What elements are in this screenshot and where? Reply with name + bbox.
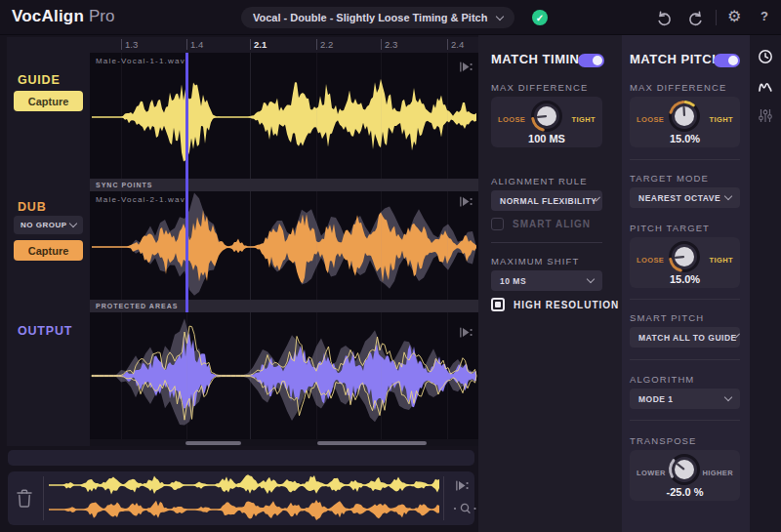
protected-areas-strip[interactable]: PROTECTED AREAS <box>90 300 478 312</box>
guide-track-label: GUIDE <box>18 73 61 87</box>
smart-align-label: SMART ALIGN <box>513 219 591 229</box>
timing-max-difference-card: LOOSE TIGHT 100 MS <box>491 97 602 147</box>
higher-label: HIGHER <box>702 469 733 477</box>
ruler-tick: 1.4 <box>186 39 203 50</box>
undo-icon[interactable] <box>656 10 673 26</box>
vocalign-window: VocAlignPro Vocal - Double - Slightly Lo… <box>0 0 781 532</box>
algorithm-value: MODE 1 <box>638 394 725 404</box>
section-divider <box>630 159 740 160</box>
settings-sliders-icon[interactable] <box>758 107 773 124</box>
lower-label: LOWER <box>637 469 666 477</box>
smart-pitch-value: MATCH ALL TO GUIDE <box>638 333 737 343</box>
sync-points-strip[interactable]: SYNC POINTS <box>90 179 478 191</box>
chevron-down-icon <box>587 275 595 283</box>
top-bar: VocAlignPro Vocal - Double - Slightly Lo… <box>0 0 781 35</box>
overview-divider <box>443 476 444 520</box>
scrollbar-thumb[interactable] <box>185 441 241 445</box>
overview-autoscroll-icon[interactable] <box>455 479 470 492</box>
target-mode-label: TARGET MODE <box>630 173 709 184</box>
chevron-down-icon <box>69 220 77 227</box>
pitch-trace-icon[interactable] <box>758 78 773 94</box>
tight-label: TIGHT <box>710 256 734 265</box>
help-icon[interactable]: ? <box>760 9 768 23</box>
transpose-value: -25.0 % <box>630 486 740 498</box>
track-sidebar: GUIDE Capture DUB NO GROUP Capture OUTPU… <box>7 37 90 446</box>
high-resolution-label: HIGH RESOLUTION <box>514 300 619 310</box>
guide-capture-button[interactable]: Capture <box>14 91 83 111</box>
overview-divider <box>43 476 44 520</box>
match-timing-title: MATCH TIMING <box>491 52 590 66</box>
pitch-target-knob[interactable] <box>667 239 702 274</box>
output-waveform-lane[interactable] <box>90 312 478 439</box>
guide-waveform-lane[interactable]: Male-Vocal-1-1.wav <box>90 53 478 179</box>
dub-group-value: NO GROUP <box>21 221 70 229</box>
section-divider <box>630 359 740 360</box>
chevron-down-icon <box>724 192 732 200</box>
guide-file-name: Male-Vocal-1-1.wav <box>96 57 185 65</box>
alignment-rule-label: ALIGNMENT RULE <box>491 176 588 186</box>
dub-file-name: Male-Vocal-2-1.wav <box>96 195 185 204</box>
dub-group-dropdown[interactable]: NO GROUP <box>14 216 83 234</box>
zoom-control-icon[interactable] <box>451 502 478 515</box>
protected-areas-label: PROTECTED AREAS <box>96 303 178 309</box>
target-mode-dropdown[interactable]: NEAREST OCTAVE <box>630 187 740 208</box>
dub-autoscroll-icon[interactable] <box>459 195 473 208</box>
scrollbar-thumb[interactable] <box>317 441 427 445</box>
overview-waveforms[interactable] <box>47 474 441 522</box>
pitch-max-difference-value: 15.0% <box>630 133 740 144</box>
alignment-rule-value: NORMAL FLEXIBILITY <box>500 196 597 206</box>
toolbar-divider <box>716 10 717 25</box>
algorithm-dropdown[interactable]: MODE 1 <box>630 389 740 409</box>
playhead[interactable] <box>185 53 188 312</box>
ruler-tick: 2.2 <box>316 39 333 50</box>
pitch-max-difference-card: LOOSE TIGHT 15.0% <box>630 97 740 147</box>
pitch-target-label: PITCH TARGET <box>630 223 710 233</box>
preset-saved-check-icon: ✓ <box>532 10 548 25</box>
maximum-shift-dropdown[interactable]: 10 MS <box>491 270 602 291</box>
pitch-target-value: 15.0% <box>630 273 740 285</box>
alignment-rule-dropdown[interactable]: NORMAL FLEXIBILITY <box>491 190 602 211</box>
horizontal-scrollbar[interactable] <box>90 439 478 446</box>
loose-label: LOOSE <box>498 115 525 124</box>
loose-label: LOOSE <box>637 256 664 265</box>
timing-max-difference-label: MAX DIFFERENCE <box>491 82 588 93</box>
high-resolution-row: HIGH RESOLUTION <box>491 298 619 311</box>
pitch-max-difference-label: MAX DIFFERENCE <box>630 82 726 93</box>
dub-capture-button[interactable]: Capture <box>14 240 83 261</box>
high-resolution-checkbox[interactable] <box>491 298 505 311</box>
view-rail <box>750 35 781 532</box>
app-name-bold: VocAlign <box>12 7 84 25</box>
smart-align-checkbox[interactable] <box>491 218 504 230</box>
dub-waveform-lane[interactable]: Male-Vocal-2-1.wav <box>90 191 478 300</box>
timing-max-difference-knob[interactable] <box>529 99 564 134</box>
output-waveform[interactable] <box>90 312 478 439</box>
ruler-tick: 2.4 <box>447 39 464 50</box>
overview-panel <box>8 471 474 525</box>
ruler-tick: 1.3 <box>121 39 138 50</box>
settings-gear-icon[interactable]: ⚙ <box>727 7 741 26</box>
output-autoscroll-icon[interactable] <box>459 326 473 339</box>
transpose-knob[interactable] <box>667 452 702 487</box>
target-mode-value: NEAREST OCTAVE <box>638 193 725 203</box>
redo-icon[interactable] <box>687 10 704 26</box>
preset-dropdown[interactable]: Vocal - Double - Slightly Loose Timing &… <box>241 7 514 28</box>
smart-pitch-dropdown[interactable]: MATCH ALL TO GUIDE <box>630 327 740 348</box>
dub-waveform[interactable] <box>90 191 478 300</box>
maximum-shift-value: 10 MS <box>500 276 588 286</box>
transpose-card: LOWER HIGHER -25.0 % <box>630 450 740 501</box>
match-pitch-toggle[interactable] <box>714 54 740 67</box>
preset-value: Vocal - Double - Slightly Loose Timing &… <box>253 12 497 23</box>
output-track-label: OUTPUT <box>18 324 72 338</box>
timeline-ruler[interactable]: 1.3 1.4 2.1 2.2 2.3 2.4 <box>90 37 478 53</box>
smart-align-row: SMART ALIGN <box>491 218 591 230</box>
history-clock-icon[interactable] <box>758 49 773 64</box>
trash-icon[interactable] <box>16 488 33 509</box>
guide-waveform[interactable] <box>90 53 478 179</box>
algorithm-label: ALGORITHM <box>630 374 694 385</box>
guide-autoscroll-icon[interactable] <box>459 61 473 73</box>
pitch-max-difference-knob[interactable] <box>667 99 702 134</box>
tight-label: TIGHT <box>572 115 596 124</box>
sync-points-label: SYNC POINTS <box>96 182 152 188</box>
match-timing-toggle[interactable] <box>578 54 604 67</box>
timing-max-difference-value: 100 MS <box>491 133 602 144</box>
